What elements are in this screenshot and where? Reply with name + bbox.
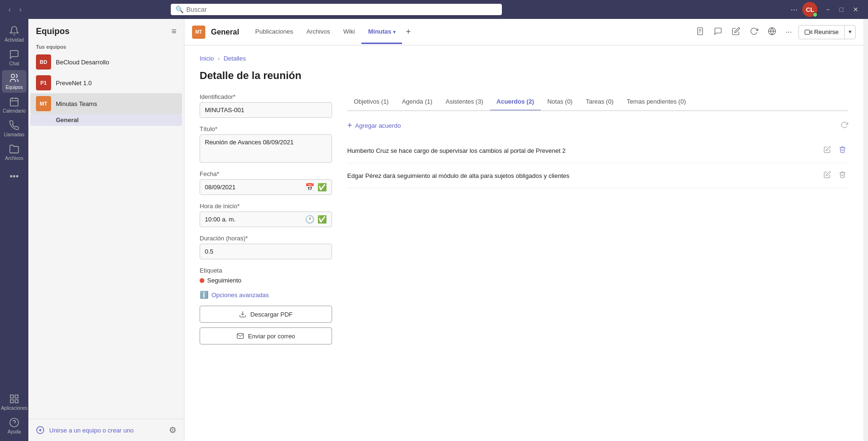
- acuerdo-item-2: Edgar Pérez dará seguimiento al módulo d…: [347, 163, 848, 188]
- sidebar-item-actividad[interactable]: Actividad: [2, 23, 26, 45]
- teams-sidebar-footer: Unirse a un equipo o crear uno ⚙: [28, 419, 184, 441]
- download-pdf-button[interactable]: Descargar PDF: [200, 306, 332, 323]
- team-avatar-minutas: MT: [36, 96, 51, 111]
- breadcrumb: Inicio › Detalles: [200, 55, 848, 62]
- detail-tab-notas[interactable]: Notas (0): [541, 93, 579, 111]
- id-input[interactable]: MINUTAS-001: [200, 102, 332, 118]
- breadcrumb-current[interactable]: Detalles: [224, 55, 246, 62]
- avatar[interactable]: CL: [802, 2, 817, 17]
- add-icon: +: [347, 121, 352, 131]
- presence-badge: [813, 12, 817, 17]
- team-name-prevenet: PreveNet 1.0: [56, 79, 170, 87]
- tab-minutas[interactable]: Minutas ▾: [361, 20, 402, 44]
- title-input[interactable]: Reunión de Avances 08/09/2021: [200, 134, 332, 163]
- close-button[interactable]: ✕: [849, 5, 862, 14]
- date-input[interactable]: 08/09/2021 📅 ✅: [200, 179, 332, 195]
- team-avatar-becloud: BD: [36, 54, 51, 70]
- sidebar-item-archivos[interactable]: Archivos: [2, 141, 26, 164]
- refresh-button[interactable]: [747, 25, 761, 39]
- tab-publicaciones[interactable]: Publicaciones: [249, 20, 300, 44]
- tab-archivos[interactable]: Archivos: [300, 20, 337, 44]
- sidebar-item-ayuda[interactable]: Ayuda: [2, 415, 26, 437]
- detail-tab-objetivos[interactable]: Objetivos (1): [347, 93, 395, 111]
- detail-tab-acuerdos[interactable]: Acuerdos (2): [490, 93, 541, 111]
- opciones-avanzadas-link[interactable]: ℹ️ Opciones avanzadas: [200, 291, 332, 299]
- more-actions-button[interactable]: ···: [783, 26, 795, 38]
- forward-button[interactable]: ›: [17, 5, 25, 14]
- detail-section: Objetivos (1) Agenda (1) Asistentes (3) …: [347, 93, 848, 349]
- edit-button[interactable]: [729, 25, 743, 39]
- detail-tab-tareas[interactable]: Tareas (0): [579, 93, 620, 111]
- sidebar-item-more[interactable]: •••: [2, 168, 26, 185]
- time-check-icon: ✅: [317, 215, 327, 224]
- sidebar-label-actividad: Actividad: [5, 37, 24, 43]
- scrollbar[interactable]: [863, 19, 868, 441]
- team-item-prevenet[interactable]: P1 PreveNet 1.0 ···: [30, 72, 182, 93]
- filter-icon[interactable]: ≡: [171, 26, 176, 36]
- team-info-becloud: BeCloud Desarrollo: [56, 59, 170, 66]
- teams-sidebar: Equipos ≡ Tus equipos BD BeCloud Desarro…: [28, 19, 184, 441]
- etiqueta-label: Etiqueta: [200, 267, 332, 274]
- detail-tab-temas[interactable]: Temas pendientes (0): [620, 93, 693, 111]
- delete-acuerdo-1-button[interactable]: [837, 144, 848, 157]
- add-acuerdo-button[interactable]: + Agregar acuerdo: [347, 121, 401, 131]
- title-label: Título*: [200, 125, 332, 132]
- channel-item-general[interactable]: General: [30, 114, 182, 126]
- sidebar-label-calendario: Calendario: [3, 108, 26, 114]
- detail-tabs: Objetivos (1) Agenda (1) Asistentes (3) …: [347, 93, 848, 111]
- reunirse-dropdown[interactable]: ▾: [844, 26, 855, 39]
- sidebar-label-ayuda: Ayuda: [8, 429, 21, 434]
- main-layout: Actividad Chat Equipos Calendario Llamad…: [0, 19, 868, 441]
- send-email-button[interactable]: Enviar por correo: [200, 327, 332, 344]
- settings-icon[interactable]: ⚙: [169, 425, 176, 435]
- team-item-becloud[interactable]: BD BeCloud Desarrollo ···: [30, 52, 182, 72]
- team-avatar-prevenet: P1: [36, 75, 51, 90]
- add-tab-button[interactable]: +: [402, 19, 415, 44]
- sidebar-item-llamadas[interactable]: Llamadas: [2, 117, 26, 140]
- delete-acuerdo-2-button[interactable]: [837, 169, 848, 182]
- breadcrumb-home[interactable]: Inicio: [200, 55, 214, 62]
- channel-header-title: General: [211, 28, 239, 36]
- chat-button[interactable]: [711, 25, 725, 39]
- edit-acuerdo-2-button[interactable]: [822, 169, 833, 182]
- back-button[interactable]: ‹: [6, 5, 14, 14]
- search-bar[interactable]: 🔍: [171, 4, 502, 15]
- detail-tab-asistentes[interactable]: Asistentes (3): [439, 93, 490, 111]
- acuerdo-actions-2: [822, 169, 848, 182]
- svg-point-9: [10, 418, 18, 427]
- page-title: Detalle de la reunión: [200, 70, 848, 82]
- opciones-label: Opciones avanzadas: [211, 291, 269, 299]
- detail-tab-agenda[interactable]: Agenda (1): [395, 93, 439, 111]
- more-options-button[interactable]: ···: [790, 5, 798, 15]
- maximize-button[interactable]: □: [836, 5, 847, 14]
- email-icon: [237, 332, 244, 340]
- globe-button[interactable]: [765, 25, 779, 39]
- start-time-input[interactable]: 10:00 a. m. 🕐 ✅: [200, 212, 332, 227]
- sidebar-label-llamadas: Llamadas: [4, 132, 24, 137]
- team-item-minutas[interactable]: MT Minutas Teams ···: [30, 93, 182, 114]
- teams-sidebar-header: Equipos ≡: [28, 19, 184, 40]
- minimize-button[interactable]: −: [822, 5, 833, 14]
- page-content: Inicio › Detalles Detalle de la reunión …: [184, 45, 863, 441]
- teams-section-label: Tus equipos: [28, 40, 184, 52]
- team-name-becloud: BeCloud Desarrollo: [56, 59, 170, 66]
- tab-wiki[interactable]: Wiki: [337, 20, 362, 44]
- acuerdos-refresh-button[interactable]: [841, 121, 848, 131]
- sidebar-item-equipos[interactable]: Equipos: [2, 70, 26, 93]
- etiqueta-value: Seguimiento: [207, 277, 241, 284]
- sidebar-item-chat[interactable]: Chat: [2, 46, 26, 69]
- sidebar-label-aplicaciones: Aplicaciones: [1, 406, 27, 411]
- field-duration: Duración (horas)* 0.5: [200, 235, 332, 259]
- duration-input[interactable]: 0.5: [200, 244, 332, 259]
- join-team-link[interactable]: Unirse a un equipo o crear uno: [49, 427, 164, 434]
- icon-sidebar: Actividad Chat Equipos Calendario Llamad…: [0, 19, 28, 441]
- sidebar-item-calendario[interactable]: Calendario: [2, 94, 26, 116]
- reunirse-label: Reunirse: [814, 28, 839, 35]
- search-input[interactable]: [186, 6, 497, 13]
- nav-buttons: ‹ ›: [6, 5, 24, 14]
- reunirse-button[interactable]: Reunirse: [799, 26, 844, 39]
- sidebar-item-aplicaciones[interactable]: Aplicaciones: [2, 391, 26, 414]
- edit-acuerdo-1-button[interactable]: [822, 144, 833, 157]
- meeting-notes-button[interactable]: [693, 25, 707, 39]
- date-label: Fecha*: [200, 170, 332, 177]
